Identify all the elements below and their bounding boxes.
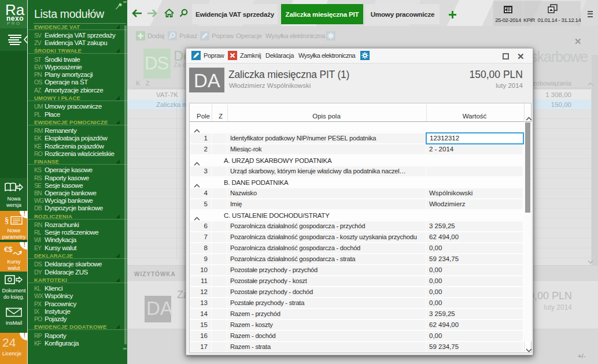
svg-text:€$: €$ (4, 245, 13, 254)
svg-text:§: § (5, 216, 9, 225)
